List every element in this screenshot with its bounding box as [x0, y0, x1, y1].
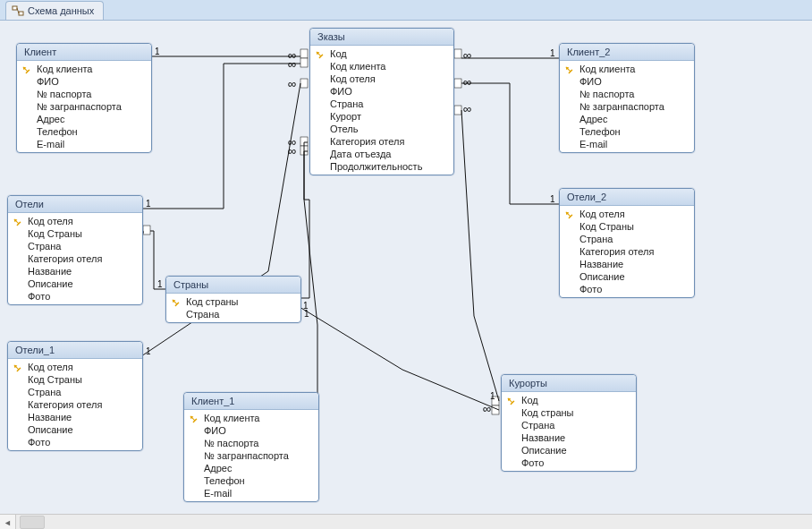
tab-schema[interactable]: Схема данных	[5, 1, 104, 20]
field[interactable]: Название	[560, 258, 694, 270]
table-hotels1[interactable]: Отели_1Код отеляКод СтраныСтранаКатегори…	[7, 341, 143, 451]
table-header[interactable]: Клиент_1	[184, 393, 318, 410]
field[interactable]: Курорт	[310, 110, 453, 123]
table-header[interactable]: Отели_1	[8, 342, 142, 359]
table-client[interactable]: КлиентКод клиентаФИО№ паспорта№ загранпа…	[16, 43, 152, 153]
field[interactable]: Код страны	[502, 406, 636, 419]
field[interactable]: Телефон	[17, 125, 151, 138]
field[interactable]: Код отеля	[310, 73, 453, 85]
field[interactable]: Фото	[8, 290, 142, 303]
field[interactable]: E-mail	[560, 138, 694, 150]
field[interactable]: ФИО	[184, 424, 318, 437]
svg-rect-10	[454, 106, 461, 115]
field-pk[interactable]: Код клиента	[560, 63, 694, 75]
field[interactable]: Категория отеля	[8, 398, 142, 411]
field[interactable]: Код Страны	[560, 220, 694, 233]
field[interactable]: № паспорта	[560, 88, 694, 100]
field[interactable]: Адрес	[184, 462, 318, 474]
field[interactable]: Название	[8, 265, 142, 277]
field[interactable]: № загранпаспорта	[17, 100, 151, 113]
field[interactable]: Дата отъезда	[310, 148, 453, 160]
field[interactable]: № паспорта	[184, 437, 318, 449]
field-pk[interactable]: Код клиента	[17, 63, 151, 75]
field-pk[interactable]: Код страны	[166, 295, 300, 308]
svg-rect-1	[19, 12, 23, 15]
field[interactable]: № паспорта	[17, 88, 151, 100]
table-header[interactable]: Зказы	[310, 29, 453, 46]
table-client1[interactable]: Клиент_1Код клиентаФИО№ паспорта№ загран…	[183, 392, 319, 502]
field[interactable]: Описание	[502, 444, 636, 456]
field[interactable]: ФИО	[17, 75, 151, 88]
field[interactable]: Фото	[8, 436, 142, 448]
table-header[interactable]: Клиент_2	[560, 44, 694, 61]
rel-one-label: 1	[146, 346, 151, 356]
svg-rect-7	[300, 146, 308, 155]
field[interactable]: № загранпаспорта	[560, 100, 694, 113]
field[interactable]: E-mail	[17, 138, 151, 150]
table-resorts[interactable]: КурортыКодКод страныСтранаНазваниеОписан…	[501, 374, 637, 472]
field-pk[interactable]: Код отеля	[560, 208, 694, 220]
field[interactable]: Страна	[560, 233, 694, 245]
field-pk[interactable]: Код	[310, 47, 453, 60]
scroll-left-button[interactable]: ◄	[0, 515, 16, 529]
field[interactable]: Страна	[166, 308, 300, 320]
field[interactable]: E-mail	[184, 487, 318, 499]
rel-one-label: 1	[146, 199, 151, 209]
table-hotels[interactable]: ОтелиКод отеляКод СтраныСтранаКатегория …	[7, 195, 143, 305]
field[interactable]: Код клиента	[310, 60, 453, 73]
table-hotels2[interactable]: Отели_2Код отеляКод СтраныСтранаКатегори…	[559, 188, 695, 298]
field[interactable]: Страна	[502, 419, 636, 431]
field[interactable]: Адрес	[560, 113, 694, 125]
svg-rect-11	[143, 226, 150, 235]
field-pk[interactable]: Код клиента	[184, 412, 318, 424]
field[interactable]: Код Страны	[8, 373, 142, 386]
table-header[interactable]: Клиент	[17, 44, 151, 61]
field[interactable]: Код Страны	[8, 227, 142, 240]
field[interactable]: Телефон	[560, 125, 694, 138]
rel-many-label: ∞	[288, 135, 296, 149]
field[interactable]: Отель	[310, 123, 453, 135]
table-header[interactable]: Отели	[8, 196, 142, 213]
field-pk[interactable]: Код отеля	[8, 361, 142, 373]
field[interactable]: Категория отеля	[560, 245, 694, 258]
rel-one-label: 1	[155, 47, 160, 56]
svg-rect-13	[492, 405, 499, 414]
horizontal-scrollbar[interactable]: ◄	[0, 514, 812, 529]
field[interactable]: Продолжительность	[310, 160, 453, 173]
field-pk[interactable]: Код отеля	[8, 215, 142, 227]
rel-many-label: ∞	[463, 75, 471, 89]
field[interactable]: Фото	[502, 456, 636, 469]
rel-one-label: 1	[550, 194, 555, 204]
table-client2[interactable]: Клиент_2Код клиентаФИО№ паспорта№ загран…	[559, 43, 695, 153]
field[interactable]: Телефон	[184, 474, 318, 487]
field[interactable]: Категория отеля	[8, 252, 142, 265]
scroll-thumb[interactable]	[20, 516, 45, 529]
table-orders[interactable]: ЗказыКодКод клиентаКод отеляФИОСтранаКур…	[309, 28, 454, 175]
diagram-canvas[interactable]: 1 ∞ 1 ∞ 1 ∞ 1 ∞ 1 ∞ 1 ∞ 1 ∞ 1 ∞ 1 ∞	[0, 21, 812, 529]
field[interactable]: Категория отеля	[310, 135, 453, 148]
field[interactable]: Страна	[8, 386, 142, 398]
field[interactable]: № загранпаспорта	[184, 449, 318, 462]
field[interactable]: Описание	[8, 423, 142, 436]
field[interactable]: Адрес	[17, 113, 151, 125]
table-header[interactable]: Курорты	[502, 375, 636, 392]
table-header[interactable]: Страны	[166, 277, 300, 294]
field[interactable]: Фото	[560, 283, 694, 295]
field[interactable]: ФИО	[310, 85, 453, 98]
svg-line-2	[17, 8, 19, 13]
field[interactable]: Описание	[560, 270, 694, 283]
field[interactable]: ФИО	[560, 75, 694, 88]
field[interactable]: Название	[8, 411, 142, 423]
table-header[interactable]: Отели_2	[560, 189, 694, 206]
table-countries[interactable]: СтраныКод страныСтрана	[165, 276, 301, 323]
field[interactable]: Описание	[8, 277, 142, 290]
svg-rect-6	[300, 137, 308, 146]
svg-rect-3	[300, 49, 308, 58]
field[interactable]: Название	[502, 431, 636, 444]
rel-many-label: ∞	[463, 48, 471, 62]
rel-many-label: ∞	[288, 48, 296, 62]
field[interactable]: Страна	[8, 240, 142, 252]
field-list: Код клиентаФИО№ паспорта№ загранпаспорта…	[17, 61, 151, 152]
field[interactable]: Страна	[310, 98, 453, 110]
field-pk[interactable]: Код	[502, 394, 636, 406]
